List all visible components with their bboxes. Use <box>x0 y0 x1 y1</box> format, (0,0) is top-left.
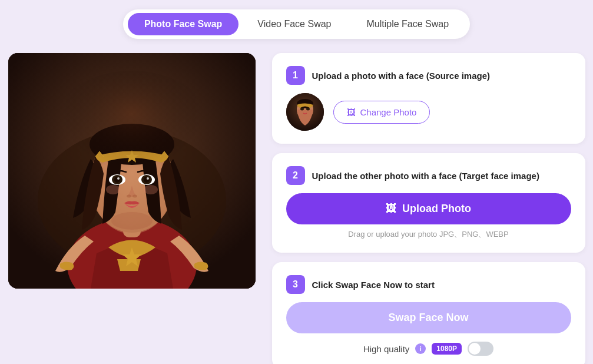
upload-icon: 🖼 <box>386 203 396 215</box>
step2-card: 2 Upload the other photo with a face (Ta… <box>272 153 585 253</box>
step3-title: Click Swap Face Now to start <box>312 280 435 290</box>
step2-title: Upload the other photo with a face (Targ… <box>312 171 539 181</box>
nav-tab-group: Photo Face Swap Video Face Swap Multiple… <box>123 9 470 39</box>
source-thumbnail <box>286 93 324 131</box>
thumbnail-portrait <box>286 93 324 131</box>
quality-badge: 1080P <box>432 343 462 355</box>
upload-photo-button[interactable]: 🖼 Upload Photo <box>286 193 571 224</box>
change-photo-icon: 🖼 <box>347 107 356 117</box>
svg-point-26 <box>300 108 304 111</box>
svg-point-27 <box>306 108 310 111</box>
main-content: 1 Upload a photo with a face (Source ima… <box>8 53 585 364</box>
step3-header: 3 Click Swap Face Now to start <box>286 275 571 294</box>
quality-label: High quality <box>363 344 409 354</box>
svg-point-22 <box>44 71 220 212</box>
svg-point-21 <box>111 212 153 230</box>
quality-row: High quality i 1080P <box>286 342 571 356</box>
source-thumbnail-inner <box>286 93 324 131</box>
source-image-inner <box>8 53 256 289</box>
upload-label: Upload Photo <box>402 203 471 215</box>
top-navigation: Photo Face Swap Video Face Swap Multiple… <box>123 0 470 39</box>
step1-content: 🖼 Change Photo <box>286 93 571 131</box>
step3-card: 3 Click Swap Face Now to start Swap Face… <box>272 262 585 364</box>
step1-card: 1 Upload a photo with a face (Source ima… <box>272 53 585 144</box>
quality-toggle[interactable] <box>468 342 493 356</box>
tab-video-face-swap[interactable]: Video Face Swap <box>241 13 347 35</box>
step2-number: 2 <box>286 166 305 185</box>
upload-hint: Drag or upload your photo JPG、PNG、WEBP <box>286 229 571 240</box>
step2-header: 2 Upload the other photo with a face (Ta… <box>286 166 571 185</box>
step1-title: Upload a photo with a face (Source image… <box>312 71 491 81</box>
swap-face-label: Swap Face Now <box>388 312 468 324</box>
toggle-thumb <box>469 343 481 355</box>
source-image-display <box>8 53 256 289</box>
wonder-woman-portrait <box>8 53 256 289</box>
step1-header: 1 Upload a photo with a face (Source ima… <box>286 66 571 85</box>
tab-photo-face-swap[interactable]: Photo Face Swap <box>128 13 238 35</box>
change-photo-button[interactable]: 🖼 Change Photo <box>333 101 430 124</box>
change-photo-label: Change Photo <box>360 107 417 117</box>
step3-number: 3 <box>286 275 305 294</box>
right-panel: 1 Upload a photo with a face (Source ima… <box>272 53 585 364</box>
tab-multiple-face-swap[interactable]: Multiple Face Swap <box>350 13 465 35</box>
step1-number: 1 <box>286 66 305 85</box>
info-icon: i <box>415 343 426 354</box>
swap-face-button[interactable]: Swap Face Now <box>286 302 571 333</box>
